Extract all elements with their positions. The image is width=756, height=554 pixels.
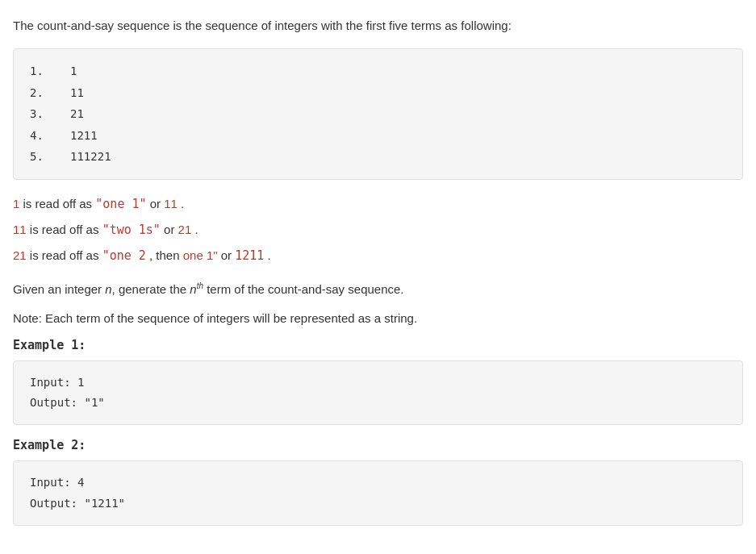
exp2-suffix: .	[194, 223, 198, 236]
description2: Note: Each term of the sequence of integ…	[13, 309, 743, 328]
seq-index-2: 2.	[30, 82, 54, 104]
example1-input-val: 1	[77, 376, 84, 389]
example2-input-row: Input: 4	[30, 473, 726, 493]
example1-input-label: Input:	[30, 376, 71, 389]
sequence-row-2: 2. 11	[30, 82, 726, 104]
desc1-sup: th	[197, 281, 203, 290]
example2-box: Input: 4 Output: "1211"	[13, 460, 743, 525]
sequence-row-4: 4. 1211	[30, 125, 726, 147]
sequence-row-1: 1. 1	[30, 60, 726, 82]
example1-title: Example 1:	[13, 338, 743, 352]
exp1-result: 11	[164, 197, 178, 210]
exp3-result2: 1211	[235, 248, 264, 263]
sequence-row-3: 3. 21	[30, 103, 726, 125]
explanation-section: 1 is read off as "one 1" or 11 . 11 is r…	[13, 193, 743, 267]
example2-title: Example 2:	[13, 438, 743, 452]
exp3-suffix: .	[268, 248, 271, 262]
exp3-middle: is read off as	[30, 248, 102, 262]
desc1-end: term of the count-and-say sequence.	[203, 282, 403, 296]
sequence-row-5: 5. 111221	[30, 146, 726, 168]
desc1-before: Given an integer	[13, 282, 105, 296]
example2-input-val: 4	[77, 476, 84, 489]
exp3-connector2: or	[221, 248, 236, 262]
example2-input-label: Input:	[30, 476, 71, 489]
seq-value-3: 21	[70, 103, 84, 125]
sequence-box: 1. 1 2. 11 3. 21 4. 1211 5. 111221	[13, 48, 743, 180]
exp3-connector-then: , then	[149, 248, 183, 262]
explanation-line-3: 21 is read off as "one 2 , then one 1" o…	[13, 244, 743, 267]
exp1-quoted: "one 1"	[95, 197, 146, 211]
exp3-result-then: one 1"	[183, 248, 218, 262]
desc1-after: , generate the	[112, 282, 190, 296]
example1-box: Input: 1 Output: "1"	[13, 360, 743, 425]
seq-value-4: 1211	[70, 125, 98, 147]
example1-output-val: "1"	[84, 396, 104, 409]
exp3-quoted: "one 2	[102, 248, 146, 263]
exp2-prefix: 11	[13, 223, 27, 236]
example1-output-label: Output:	[30, 396, 77, 409]
exp1-prefix: 1	[13, 197, 19, 210]
exp2-connector: or	[164, 223, 178, 236]
example1-output-row: Output: "1"	[30, 393, 726, 413]
example2-output-val: "1211"	[84, 497, 125, 510]
exp3-prefix: 21	[13, 248, 27, 262]
exp2-result: 21	[178, 223, 192, 236]
seq-value-5: 111221	[70, 146, 111, 168]
seq-index-4: 4.	[30, 125, 54, 147]
seq-index-3: 3.	[30, 103, 54, 125]
example2-output-label: Output:	[30, 497, 77, 510]
desc1-italic: n	[105, 282, 111, 296]
seq-value-1: 1	[70, 60, 77, 82]
exp1-suffix: .	[181, 197, 184, 210]
explanation-line-1: 1 is read off as "one 1" or 11 .	[13, 193, 743, 215]
description1: Given an integer n, generate the nth ter…	[13, 280, 743, 299]
exp2-quoted: "two 1s"	[102, 223, 161, 237]
exp1-middle: is read off as	[23, 197, 96, 210]
example2-output-row: Output: "1211"	[30, 494, 726, 514]
intro-text: The count-and-say sequence is the sequen…	[13, 16, 743, 35]
seq-value-2: 11	[70, 82, 84, 104]
exp2-middle: is read off as	[30, 223, 102, 236]
example1-input-row: Input: 1	[30, 373, 726, 393]
seq-index-5: 5.	[30, 146, 54, 168]
desc1-italic2: n	[190, 282, 196, 296]
explanation-line-2: 11 is read off as "two 1s" or 21 .	[13, 219, 743, 241]
seq-index-1: 1.	[30, 60, 54, 82]
exp1-connector: or	[150, 197, 165, 210]
